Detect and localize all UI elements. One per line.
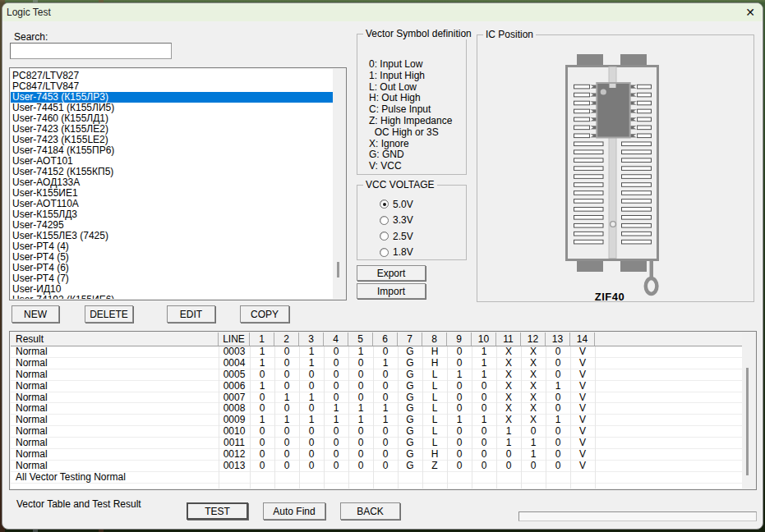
result-table-cell: 0 xyxy=(299,438,324,448)
result-table-cell: G xyxy=(398,346,422,357)
result-table-cell: 0 xyxy=(274,438,299,448)
result-table-row[interactable]: Normal0005000000GL11XX0V xyxy=(11,369,743,381)
radio-label: 5.0V xyxy=(393,199,413,210)
result-table-cell: 0 xyxy=(373,461,398,471)
vector-symbol-line: 1: Input High xyxy=(369,71,452,82)
result-table-column-header[interactable]: 6 xyxy=(373,332,398,346)
result-table-cell: 0 xyxy=(348,358,373,369)
result-table-column-header[interactable]: Result xyxy=(11,332,219,346)
radio-icon[interactable] xyxy=(380,216,389,225)
radio-icon[interactable] xyxy=(380,232,389,241)
result-table-cell: 0 xyxy=(447,358,472,369)
new-button[interactable]: NEW xyxy=(12,305,59,323)
result-table-row[interactable]: Normal0008000111GL00XX0V xyxy=(11,403,743,415)
result-table-column-header[interactable]: 13 xyxy=(546,332,570,346)
result-table-row[interactable]: Normal0011000000GL00110V xyxy=(11,438,743,449)
result-table-column-header[interactable]: 10 xyxy=(472,332,496,346)
result-table-cell: 0 xyxy=(472,461,496,471)
result-table-cell: 1 xyxy=(373,415,398,425)
result-table-cell: 0 xyxy=(373,369,398,380)
vcc-option-2.5V[interactable]: 2.5V xyxy=(380,231,413,242)
result-table-column-header[interactable]: 1 xyxy=(250,332,274,346)
copy-button[interactable]: COPY xyxy=(240,305,289,323)
vector-symbol-line: C: Pulse Input xyxy=(369,104,452,116)
result-table-row[interactable]: Normal0006100000GL00XX1V xyxy=(11,381,743,392)
result-table-column-header[interactable]: 3 xyxy=(299,332,324,346)
result-table-footer-row: All Vector Testing Normal xyxy=(11,472,743,484)
device-list-item[interactable]: User-74192 (К155ИЕ6) xyxy=(11,295,333,299)
result-table-column-header[interactable]: 14 xyxy=(570,332,595,346)
result-table-row[interactable]: Normal0009111111GL11XX1V xyxy=(11,415,743,426)
result-table-row[interactable]: Normal0010000000GL00100V xyxy=(11,426,743,438)
result-table-row[interactable]: Normal0007011000GL00XX0V xyxy=(11,392,743,404)
result-table-column-header[interactable]: 12 xyxy=(521,332,546,346)
result-table[interactable]: ResultLINE1234567891011121314 Normal0003… xyxy=(9,331,757,490)
device-list-scrollbar-thumb[interactable] xyxy=(337,262,339,277)
vector-symbol-line: G: GND xyxy=(369,149,452,161)
result-table-cell: V xyxy=(570,346,595,357)
delete-button[interactable]: DELETE xyxy=(85,305,133,323)
result-table-cell: 0 xyxy=(324,358,348,369)
result-table-row[interactable]: Normal0004101001GH01XX0V xyxy=(11,358,743,369)
result-table-cell: 0011 xyxy=(219,438,250,448)
result-table-row[interactable]: Normal0013000000GZ00000V xyxy=(11,461,743,472)
import-button[interactable]: Import xyxy=(357,283,426,299)
result-table-row[interactable]: Normal0003101010GH01XX0V xyxy=(11,346,743,358)
table-gridline xyxy=(546,346,546,488)
result-table-cell: 1 xyxy=(299,358,324,369)
result-table-cell: 0 xyxy=(521,461,546,471)
titlebar: Logic Test xyxy=(2,3,763,21)
result-table-cell: G xyxy=(398,403,422,414)
export-button[interactable]: Export xyxy=(357,265,426,281)
table-gridline xyxy=(595,346,596,488)
result-table-cell: 0 xyxy=(546,426,570,437)
result-table-cell: 0 xyxy=(299,426,324,437)
result-table-cell: 0 xyxy=(447,461,472,471)
result-table-column-header[interactable]: 2 xyxy=(274,332,299,346)
result-table-column-header[interactable]: 8 xyxy=(422,332,447,346)
device-listbox[interactable]: PC827/LTV827PC847/LTV847User-7453 (К155Л… xyxy=(9,67,347,300)
result-table-column-header[interactable]: 4 xyxy=(324,332,348,346)
result-table-column-header[interactable]: 5 xyxy=(348,332,373,346)
radio-label: 3.3V xyxy=(393,214,413,226)
search-input[interactable] xyxy=(10,43,172,59)
result-table-column-header[interactable]: 11 xyxy=(496,332,521,346)
result-table-cell: 0004 xyxy=(219,358,250,369)
result-table-cell: V xyxy=(570,438,595,448)
test-button[interactable]: TEST xyxy=(187,502,248,520)
result-table-cell: 0 xyxy=(250,449,274,460)
result-table-column-header[interactable]: 7 xyxy=(398,332,422,346)
result-table-cell: Normal xyxy=(11,358,219,369)
result-table-cell: 0 xyxy=(274,369,299,380)
back-button[interactable]: BACK xyxy=(340,502,400,520)
result-table-cell: 0 xyxy=(348,369,373,380)
device-list[interactable]: PC827/LTV827PC847/LTV847User-7453 (К155Л… xyxy=(11,69,333,299)
close-icon[interactable]: ✕ xyxy=(741,3,759,21)
result-table-cell: 0 xyxy=(447,438,472,448)
result-table-cell: X xyxy=(496,403,521,414)
vcc-option-3.3V[interactable]: 3.3V xyxy=(380,214,413,226)
vcc-voltage-group: VCC VOLTAGE 5.0V3.3V2.5V1.8V xyxy=(357,185,467,260)
result-table-cell: 0 xyxy=(546,449,570,460)
result-table-scrollbar-thumb[interactable] xyxy=(746,368,749,475)
result-table-header[interactable]: ResultLINE1234567891011121314 xyxy=(11,332,743,346)
result-table-scrollbar[interactable] xyxy=(742,332,755,488)
zif-socket-graphic xyxy=(542,48,692,300)
result-table-cell: L xyxy=(422,426,447,437)
result-table-column-header[interactable]: 9 xyxy=(447,332,472,346)
radio-icon[interactable] xyxy=(380,200,389,209)
vcc-option-5.0V[interactable]: 5.0V xyxy=(380,199,413,210)
result-table-row[interactable]: Normal0012000000GH00010V xyxy=(11,449,743,461)
vcc-option-1.8V[interactable]: 1.8V xyxy=(380,246,413,258)
edit-button[interactable]: EDIT xyxy=(167,305,215,323)
vector-symbol-line: X: Ignore xyxy=(369,139,452,150)
auto-find-button[interactable]: Auto Find xyxy=(263,502,325,520)
result-table-cell: 1 xyxy=(299,346,324,357)
result-table-column-header[interactable]: LINE xyxy=(219,332,250,346)
window-title: Logic Test xyxy=(7,7,51,18)
table-gridline xyxy=(373,346,374,488)
result-table-cell: X xyxy=(521,415,546,425)
radio-label: 2.5V xyxy=(393,231,413,242)
result-table-cell: X xyxy=(521,403,546,414)
radio-icon[interactable] xyxy=(380,248,389,257)
